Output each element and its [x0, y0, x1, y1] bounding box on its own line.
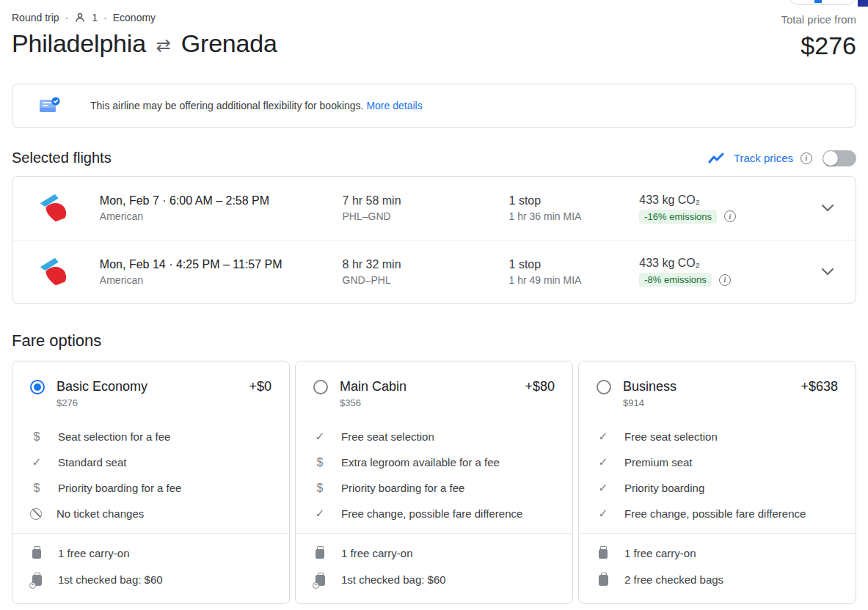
selected-flights-list: Mon, Feb 7 · 6:00 AM – 2:58 PM American …	[12, 176, 856, 304]
fare-card-main-cabin[interactable]: Main Cabin $356 +$80 Free seat selection…	[295, 361, 573, 604]
origin-city: Philadelphia	[12, 29, 146, 58]
flight-duration: 8 hr 32 min	[343, 258, 509, 271]
fare-price: $276	[56, 397, 237, 408]
check-icon	[597, 481, 610, 496]
fare-feature-text: Standard seat	[58, 456, 126, 468]
track-prices-label: Track prices	[734, 152, 793, 164]
fare-price: $914	[623, 397, 789, 408]
track-prices-toggle[interactable]	[823, 150, 856, 166]
fare-card-business[interactable]: Business $914 +$638 Free seat selection …	[578, 361, 856, 604]
fare-radio-business[interactable]	[597, 380, 611, 394]
fare-feature-text: Priority boarding for a fee	[341, 482, 464, 494]
fare-feature: Premium seat	[597, 455, 838, 470]
flight-co2: 433 kg CO₂	[639, 194, 820, 207]
checked-bag-icon	[597, 573, 610, 587]
dollar-icon	[313, 481, 327, 496]
breadcrumb: Round trip · 1 · Economy	[12, 12, 277, 23]
header: Round trip · 1 · Economy Philadelphia ⇄ …	[12, 0, 856, 60]
fare-feature: Priority boarding	[597, 480, 838, 496]
check-icon	[597, 455, 610, 470]
checked-bag-fee-icon: +	[313, 573, 327, 587]
check-icon	[313, 507, 327, 521]
fare-name: Business	[623, 379, 789, 394]
flight-co2: 433 kg CO₂	[639, 257, 820, 270]
booking-flexibility-icon	[37, 95, 61, 116]
checked-bag-fee-icon: +	[30, 573, 43, 587]
fare-features: Free seat selection Extra legroom availa…	[313, 429, 555, 521]
flight-row-return[interactable]: Mon, Feb 14 · 4:25 PM – 11:57 PM America…	[12, 240, 856, 303]
flight-stops: 1 stop	[509, 194, 640, 207]
more-details-link[interactable]: More details	[366, 100, 422, 111]
destination-city: Grenada	[181, 29, 277, 58]
flight-booking-page: Round trip · 1 · Economy Philadelphia ⇄ …	[0, 0, 868, 610]
baggage-text: 1 free carry-on	[341, 547, 413, 559]
fare-feature-text: No ticket changes	[56, 507, 144, 520]
track-prices-info-icon[interactable]: i	[800, 152, 812, 164]
carry-on-bag-icon	[597, 546, 610, 561]
fare-features: Seat selection for a fee Standard seat P…	[30, 429, 271, 521]
browser-corner-fragment	[858, 0, 868, 7]
emissions-info-icon[interactable]: i	[724, 210, 736, 222]
fare-feature: Priority boarding for a fee	[313, 480, 555, 496]
share-icon	[814, 0, 822, 3]
emissions-info-icon[interactable]: i	[719, 274, 731, 286]
breadcrumb-separator: ·	[103, 12, 107, 23]
flight-layover: 1 hr 49 min MIA	[509, 274, 640, 286]
fare-feature: Extra legroom available for a fee	[313, 455, 555, 470]
baggage-item: + 1st checked bag: $60	[30, 572, 271, 587]
flight-layover: 1 hr 36 min MIA	[509, 210, 640, 222]
fare-feature: Free seat selection	[313, 429, 555, 444]
flight-airline: American	[100, 274, 343, 286]
baggage-item: + 1st checked bag: $60	[313, 572, 555, 587]
flight-duration: 7 hr 58 min	[343, 194, 509, 207]
check-icon	[30, 455, 43, 470]
dollar-icon	[313, 455, 327, 470]
breadcrumb-separator: ·	[65, 12, 69, 23]
carry-on-bag-icon	[30, 546, 43, 561]
fare-feature: Free seat selection	[597, 429, 838, 444]
passenger-icon	[74, 12, 86, 23]
fare-feature-text: Premium seat	[624, 456, 693, 468]
baggage-text: 2 free checked bags	[624, 573, 723, 586]
flexibility-banner: This airline may be offering additional …	[12, 84, 856, 128]
baggage-item: 1 free carry-on	[597, 545, 838, 561]
banner-message-text: This airline may be offering additional …	[90, 100, 364, 111]
no-changes-icon	[30, 508, 42, 520]
fare-radio-main-cabin[interactable]	[313, 380, 328, 394]
fare-options-title: Fare options	[12, 331, 856, 350]
page-title: Philadelphia ⇄ Grenada	[12, 29, 277, 58]
fare-price: $356	[340, 397, 513, 408]
fare-feature-text: Free change, possible fare difference	[624, 507, 806, 520]
passenger-count: 1	[92, 12, 98, 23]
baggage-text: 1st checked bag: $60	[58, 573, 163, 586]
fare-features: Free seat selection Premium seat Priorit…	[597, 429, 838, 521]
fare-name: Main Cabin	[340, 379, 513, 394]
flight-airline: American	[100, 210, 343, 222]
emissions-badge: -8% emissions	[639, 273, 712, 287]
expand-flight-chevron-icon[interactable]	[820, 204, 835, 213]
share-button-partial[interactable]	[787, 0, 858, 5]
baggage-text: 1 free carry-on	[58, 547, 130, 559]
expand-flight-chevron-icon[interactable]	[820, 268, 835, 276]
fare-baggage: 1 free carry-on + 1st checked bag: $60	[296, 533, 572, 587]
fare-baggage: 1 free carry-on + 1st checked bag: $60	[12, 533, 289, 587]
price-summary: Total price from $276	[781, 12, 856, 60]
fare-feature-text: Free seat selection	[624, 430, 718, 443]
flight-route: GND–PHL	[343, 274, 509, 286]
fare-feature-text: Priority boarding	[624, 482, 704, 494]
fare-feature-text: Extra legroom available for a fee	[341, 456, 500, 468]
carry-on-bag-icon	[313, 546, 327, 561]
flight-row-outbound[interactable]: Mon, Feb 7 · 6:00 AM – 2:58 PM American …	[12, 177, 856, 240]
swap-cities-icon: ⇄	[156, 32, 171, 56]
total-price-label: Total price from	[781, 13, 856, 26]
fare-card-basic-economy[interactable]: Basic Economy $276 +$0 Seat selection fo…	[12, 361, 290, 604]
fare-delta: +$80	[525, 379, 555, 408]
track-prices-control: Track prices i	[707, 150, 856, 166]
fare-radio-basic-economy[interactable]	[30, 380, 45, 394]
baggage-item: 2 free checked bags	[597, 572, 838, 587]
fare-feature: Priority boarding for a fee	[30, 480, 271, 496]
baggage-text: 1st checked bag: $60	[341, 573, 446, 586]
fare-cards: Basic Economy $276 +$0 Seat selection fo…	[12, 361, 856, 604]
dollar-icon	[30, 481, 43, 496]
fare-feature: Standard seat	[30, 455, 271, 470]
